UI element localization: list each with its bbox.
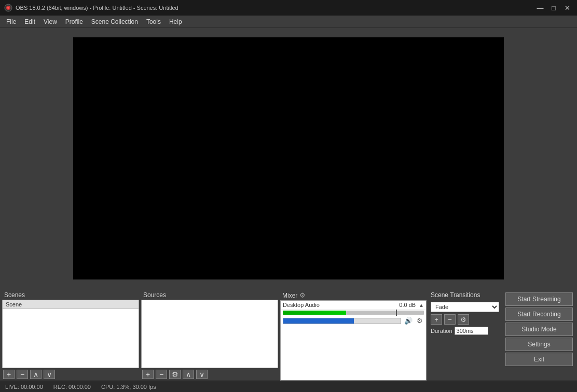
mixer-label: Mixer	[282, 292, 297, 299]
transitions-select[interactable]: Fade Cut Swipe Slide	[431, 302, 499, 312]
sources-panel-header: Sources	[141, 290, 278, 300]
duration-input[interactable]	[455, 327, 488, 335]
mixer-panel: Mixer Desktop Audio 0.0 dB ▲	[280, 290, 427, 381]
scenes-panel: Scenes Scene + − ∧ ∨	[2, 290, 139, 381]
right-buttons: Start Streaming Start Recording Studio M…	[503, 290, 575, 381]
scenes-label: Scenes	[4, 291, 25, 299]
sources-settings-button[interactable]: ⚙	[169, 370, 181, 379]
bottom-section: Scenes Scene + − ∧ ∨ Sources + − ⚙	[0, 288, 577, 381]
transition-add-button[interactable]: +	[431, 314, 442, 325]
mixer-panel-header: Mixer	[280, 290, 427, 300]
scenes-panel-header: Scenes	[2, 290, 139, 300]
menubar: File Edit View Profile Scene Collection …	[0, 16, 577, 28]
titlebar-controls: — □ ✕	[534, 2, 573, 13]
speaker-icon: 🔊	[404, 317, 413, 325]
live-status: LIVE: 00:00:00	[5, 384, 43, 390]
sources-panel: Sources + − ⚙ ∧ ∨	[141, 290, 278, 381]
settings-button[interactable]: Settings	[505, 338, 573, 351]
menu-tools[interactable]: Tools	[142, 17, 165, 26]
close-button[interactable]: ✕	[561, 2, 573, 13]
cpu-status: CPU: 1.3%, 30.00 fps	[101, 384, 156, 390]
rec-status: REC: 00:00:00	[53, 384, 91, 390]
transitions-buttons-row: + − ⚙	[431, 314, 499, 325]
window-title: OBS 18.0.2 (64bit, windows) - Profile: U…	[16, 5, 178, 11]
minimize-button[interactable]: —	[534, 2, 546, 13]
desktop-audio-db: 0.0 dB	[395, 302, 416, 308]
menu-scene-collection[interactable]: Scene Collection	[87, 17, 142, 26]
mixer-bar-fill	[283, 311, 346, 315]
sources-remove-button[interactable]: −	[156, 370, 167, 379]
scenes-remove-button[interactable]: −	[17, 370, 28, 379]
svg-point-2	[7, 7, 9, 9]
mixer-audio-gear-icon	[417, 317, 423, 325]
menu-view[interactable]: View	[39, 17, 61, 26]
mixer-mute-button[interactable]: 🔊	[403, 316, 414, 326]
transitions-panel: Scene Transitions Fade Cut Swipe Slide +…	[429, 290, 501, 381]
mixer-content: Desktop Audio 0.0 dB ▲ 🔊	[280, 300, 427, 381]
mixer-audio-settings-button[interactable]	[416, 316, 424, 326]
duration-row: Duration	[431, 327, 499, 335]
sources-list[interactable]	[141, 300, 278, 368]
exit-button[interactable]: Exit	[505, 353, 573, 366]
mixer-bar-marker	[396, 310, 397, 316]
menu-file[interactable]: File	[2, 17, 20, 26]
panels-row: Scenes Scene + − ∧ ∨ Sources + − ⚙	[0, 288, 577, 381]
desktop-audio-label: Desktop Audio	[283, 302, 393, 308]
statusbar: LIVE: 00:00:00 REC: 00:00:00 CPU: 1.3%, …	[0, 381, 577, 392]
titlebar-left: OBS 18.0.2 (64bit, windows) - Profile: U…	[4, 4, 178, 12]
menu-help[interactable]: Help	[165, 17, 186, 26]
desktop-audio-row: Desktop Audio 0.0 dB ▲	[281, 301, 426, 310]
mixer-volume-bar[interactable]	[283, 318, 401, 324]
mixer-vol-fill	[283, 318, 354, 324]
transitions-panel-header: Scene Transitions	[429, 290, 501, 300]
mixer-bar-container	[281, 310, 426, 316]
transitions-label: Scene Transitions	[431, 291, 480, 299]
scenes-add-button[interactable]: +	[3, 370, 15, 379]
maximize-button[interactable]: □	[548, 2, 559, 13]
sources-footer: + − ⚙ ∧ ∨	[141, 368, 278, 381]
mixer-settings-icon[interactable]	[299, 291, 306, 299]
start-recording-button[interactable]: Start Recording	[505, 307, 573, 321]
menu-edit[interactable]: Edit	[20, 17, 39, 26]
scenes-up-button[interactable]: ∧	[30, 370, 42, 379]
sources-down-button[interactable]: ∨	[196, 370, 208, 379]
mixer-bar-track	[283, 311, 424, 315]
titlebar: OBS 18.0.2 (64bit, windows) - Profile: U…	[0, 0, 577, 16]
sources-label: Sources	[143, 291, 166, 299]
duration-label: Duration	[431, 328, 452, 334]
sources-add-button[interactable]: +	[142, 370, 154, 379]
preview-canvas	[73, 37, 504, 279]
sources-up-button[interactable]: ∧	[183, 370, 194, 379]
scenes-column-header: Scene	[3, 300, 139, 309]
studio-mode-button[interactable]: Studio Mode	[505, 323, 573, 336]
start-streaming-button[interactable]: Start Streaming	[505, 292, 573, 306]
mixer-volume-controls: 🔊	[281, 316, 426, 328]
menu-profile[interactable]: Profile	[61, 17, 87, 26]
preview-area	[0, 28, 577, 288]
transition-settings-button[interactable]: ⚙	[458, 314, 469, 325]
scenes-footer: + − ∧ ∨	[2, 368, 139, 381]
app-icon	[4, 4, 12, 12]
scenes-list[interactable]: Scene	[2, 300, 139, 368]
transition-remove-button[interactable]: −	[444, 314, 456, 325]
transitions-content: Fade Cut Swipe Slide + − ⚙ Duration	[429, 300, 501, 381]
expand-icon: ▲	[418, 302, 424, 308]
scenes-down-button[interactable]: ∨	[44, 370, 55, 379]
